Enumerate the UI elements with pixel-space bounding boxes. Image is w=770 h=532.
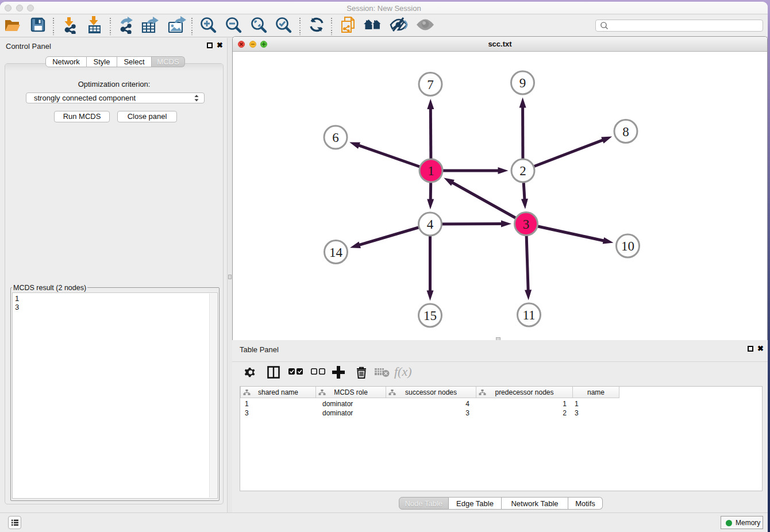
svg-text:3: 3 [523, 217, 530, 232]
svg-text:15: 15 [424, 309, 437, 323]
svg-text:11: 11 [522, 308, 535, 322]
svg-text:10: 10 [621, 239, 634, 253]
svg-text:2: 2 [519, 164, 526, 178]
svg-text:6: 6 [332, 130, 339, 145]
svg-text:8: 8 [622, 125, 629, 139]
svg-text:9: 9 [519, 76, 526, 90]
svg-text:1: 1 [428, 164, 434, 178]
svg-text:4: 4 [427, 217, 434, 232]
svg-text:7: 7 [427, 78, 434, 92]
svg-text:14: 14 [329, 245, 343, 260]
